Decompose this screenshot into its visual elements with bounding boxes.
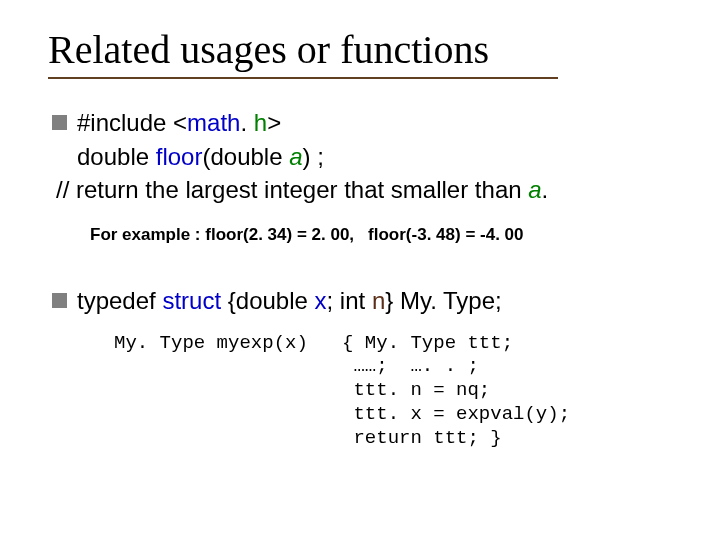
slide: Related usages or functions #include <ma… [0,0,720,540]
keyword-math: math [187,109,240,136]
example-line: For example : floor(2. 34) = 2. 00,floor… [52,224,684,247]
text: > [267,109,281,136]
typedef-line: typedef struct {double x; int n} My. Typ… [77,285,502,317]
text: typedef [77,287,162,314]
text: double [77,143,156,170]
param-a: a [289,143,302,170]
keyword-struct: struct [162,287,221,314]
text: {double [221,287,314,314]
floor-signature: double floor(double a) ; [52,141,684,173]
keyword-h: h [254,109,267,136]
slide-title: Related usages or functions [48,26,684,73]
text: #include < [77,109,187,136]
text: ; int [327,287,372,314]
bullet-square-icon [52,293,67,308]
bullet-include: #include <math. h> [52,107,684,139]
bullet-typedef: typedef struct {double x; int n} My. Typ… [52,285,684,317]
example-1: floor(2. 34) = 2. 00 [205,225,349,244]
text: For example : [90,225,205,244]
include-line: #include <math. h> [77,107,281,139]
text: // return the largest integer that small… [56,176,528,203]
text: (double [202,143,289,170]
text: . [240,109,253,136]
member-n: n [372,287,385,314]
comment-line: // return the largest integer that small… [52,174,684,206]
title-underline [48,77,558,79]
member-x: x [315,287,327,314]
text: , [349,225,354,244]
text: . [542,176,549,203]
bullet-square-icon [52,115,67,130]
keyword-floor: floor [156,143,203,170]
text: } My. Type; [385,287,502,314]
example-2: floor(-3. 48) = -4. 00 [368,225,523,244]
text: ) ; [303,143,324,170]
slide-body: #include <math. h> double floor(double a… [48,107,684,450]
code-block: My. Type myexp(x) { My. Type ttt; ……; ….… [52,332,684,451]
param-a: a [528,176,541,203]
